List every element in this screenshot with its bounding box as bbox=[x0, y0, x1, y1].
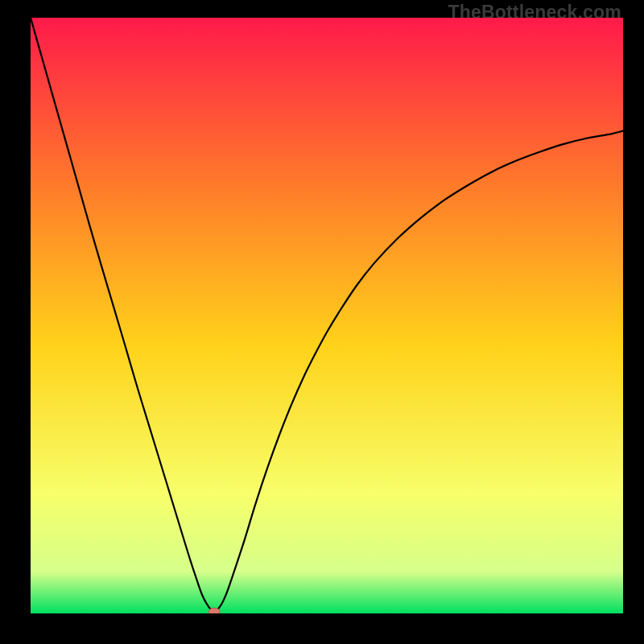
plot-area bbox=[31, 18, 623, 613]
gradient-background bbox=[31, 18, 623, 613]
minimum-marker bbox=[208, 608, 220, 613]
chart-frame: TheBottleneck.com bbox=[0, 0, 644, 644]
chart-svg bbox=[31, 18, 623, 613]
